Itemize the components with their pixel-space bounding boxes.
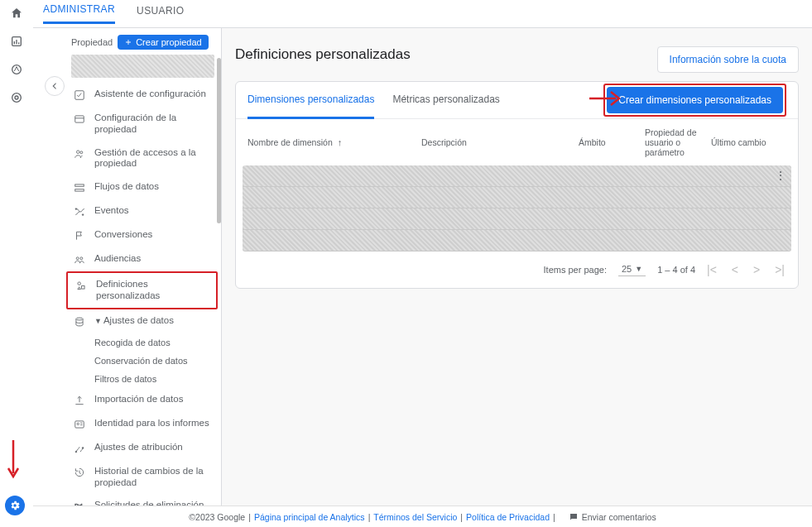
sidebar-item-card[interactable]: Configuración de la propiedad: [66, 107, 218, 141]
feedback-icon: [569, 512, 579, 522]
footer-feedback[interactable]: Enviar comentarios: [569, 512, 656, 522]
table-row[interactable]: ⋮: [243, 165, 791, 187]
page-size-select[interactable]: 25▼: [618, 264, 646, 276]
col-description: Descripción: [421, 137, 467, 147]
sidebar-item-label: Identidad para los informes: [94, 418, 213, 429]
annotation-arrow-down: [5, 438, 26, 485]
sidebar-item-history[interactable]: Historial de cambios de la propiedad: [66, 460, 218, 495]
quota-info-button[interactable]: Información sobre la cuota: [657, 46, 799, 73]
svg-rect-19: [82, 286, 85, 290]
identity-icon: [73, 418, 86, 430]
row-menu-icon[interactable]: ⋮: [775, 169, 786, 182]
col-scope: Ámbito: [579, 137, 606, 147]
history-icon: [73, 466, 86, 478]
svg-rect-2: [16, 40, 17, 44]
pager: Items per page: 25▼ 1 – 4 of 4 |< < > >|: [236, 252, 798, 288]
sidebar-item-label: Audiencias: [94, 253, 213, 265]
col-last-change: Último cambio: [711, 137, 766, 147]
events-icon: [73, 205, 86, 218]
tab-custom-metrics[interactable]: Métricas personalizadas: [392, 82, 499, 118]
explore-icon[interactable]: [10, 63, 23, 76]
checklist-icon: [73, 89, 86, 101]
svg-point-17: [80, 257, 83, 260]
sidebar-item-label: Configuración de la propiedad: [94, 113, 213, 136]
home-icon[interactable]: [10, 7, 23, 20]
svg-point-15: [82, 214, 84, 216]
svg-rect-12: [75, 184, 84, 186]
svg-point-6: [15, 96, 18, 99]
pager-prev-icon[interactable]: <: [732, 263, 738, 276]
attribution-icon: [73, 442, 86, 454]
sidebar-item-label: Importación de datos: [94, 394, 213, 405]
create-dimension-button[interactable]: Crear dimensiones personalizadas: [607, 87, 783, 113]
sidebar-subitem[interactable]: Recogida de datos: [94, 333, 218, 352]
sidebar-item-stack[interactable]: ▼Ajustes de datos: [66, 309, 218, 333]
sidebar-item-identity[interactable]: Identidad para los informes: [66, 412, 218, 436]
svg-point-14: [75, 208, 77, 210]
sidebar-item-label: Gestión de accesos a la propiedad: [94, 147, 213, 170]
stack-icon: [73, 315, 86, 328]
property-label: Propiedad: [71, 37, 113, 47]
sidebar-item-streams[interactable]: Flujos de datos: [66, 175, 218, 199]
back-button[interactable]: [45, 76, 65, 96]
table-header: Nombre de dimensión↑ Descripción Ámbito …: [236, 119, 798, 165]
tab-user[interactable]: USUARIO: [137, 5, 184, 23]
tab-custom-dimensions[interactable]: Dimensiones personalizadas: [247, 82, 374, 119]
sidebar-item-delete-req[interactable]: DdSolicitudes de eliminación de datos: [66, 494, 218, 505]
sidebar-item-label: Eventos: [94, 205, 213, 217]
sidebar-item-audience[interactable]: Audiencias: [66, 247, 218, 271]
sidebar-item-people[interactable]: Gestión de accesos a la propiedad: [66, 141, 218, 176]
svg-point-20: [76, 318, 83, 320]
sidebar-item-upload[interactable]: Importación de datos: [66, 388, 218, 412]
page-range: 1 – 4 of 4: [657, 265, 695, 275]
svg-rect-3: [18, 42, 19, 44]
card-icon: [73, 113, 86, 125]
svg-rect-21: [75, 421, 84, 428]
shapes-icon: [74, 279, 88, 291]
advertising-icon[interactable]: [10, 91, 23, 104]
footer-link-privacy[interactable]: Política de Privacidad: [466, 512, 550, 522]
main-panel: Definiciones personalizadas Información …: [222, 28, 812, 505]
sort-asc-icon[interactable]: ↑: [338, 137, 343, 147]
reports-icon[interactable]: [10, 35, 23, 48]
footer-link-analytics[interactable]: Página principal de Analytics: [254, 512, 365, 522]
svg-rect-13: [75, 189, 84, 191]
footer-link-terms[interactable]: Términos del Servicio: [373, 512, 457, 522]
annotation-arrow-right: [588, 89, 624, 110]
audience-icon: [73, 253, 86, 266]
svg-point-18: [78, 282, 81, 285]
pager-first-icon[interactable]: |<: [707, 263, 717, 276]
sidebar-item-label: Conversiones: [94, 229, 213, 241]
create-property-button[interactable]: Crear propiedad: [118, 35, 209, 50]
sidebar-item-label: Solicitudes de eliminación de datos: [94, 500, 213, 505]
col-name[interactable]: Nombre de dimensión: [247, 137, 333, 147]
svg-point-25: [75, 451, 77, 453]
tab-admin[interactable]: ADMINISTRAR: [43, 3, 115, 24]
sidebar-subitem[interactable]: Conservación de datos: [94, 352, 218, 370]
sidebar-item-label: Definiciones personalizadas: [96, 279, 211, 302]
admin-gear-button[interactable]: [5, 496, 25, 515]
footer: ©2023 Google | Página principal de Analy…: [33, 505, 812, 527]
create-property-label: Crear propiedad: [136, 37, 202, 47]
svg-point-26: [82, 447, 84, 448]
svg-point-11: [80, 151, 83, 153]
table-row[interactable]: [243, 187, 791, 208]
sidebar-item-label: Asistente de configuración: [94, 89, 213, 100]
svg-rect-1: [13, 41, 14, 44]
sidebar-item-attribution[interactable]: Ajustes de atribución: [66, 436, 218, 460]
sidebar-subitem[interactable]: Filtros de datos: [94, 370, 218, 388]
sidebar-item-events[interactable]: Eventos: [66, 199, 218, 223]
sidebar-scrollbar[interactable]: [217, 58, 221, 223]
table-row[interactable]: [243, 208, 791, 230]
property-name-redacted[interactable]: [71, 55, 214, 78]
svg-point-22: [77, 423, 79, 424]
pager-next-icon[interactable]: >: [753, 263, 760, 276]
svg-point-5: [12, 93, 21, 103]
table-row[interactable]: [243, 230, 791, 252]
sidebar-item-shapes[interactable]: Definiciones personalizadas: [66, 271, 218, 309]
sidebar-item-flag[interactable]: Conversiones: [66, 223, 218, 247]
sidebar-item-checklist[interactable]: Asistente de configuración: [66, 83, 218, 107]
items-per-page-label: Items per page:: [544, 265, 607, 275]
pager-last-icon[interactable]: >|: [775, 263, 785, 276]
delete-req-icon: Dd: [73, 500, 86, 505]
